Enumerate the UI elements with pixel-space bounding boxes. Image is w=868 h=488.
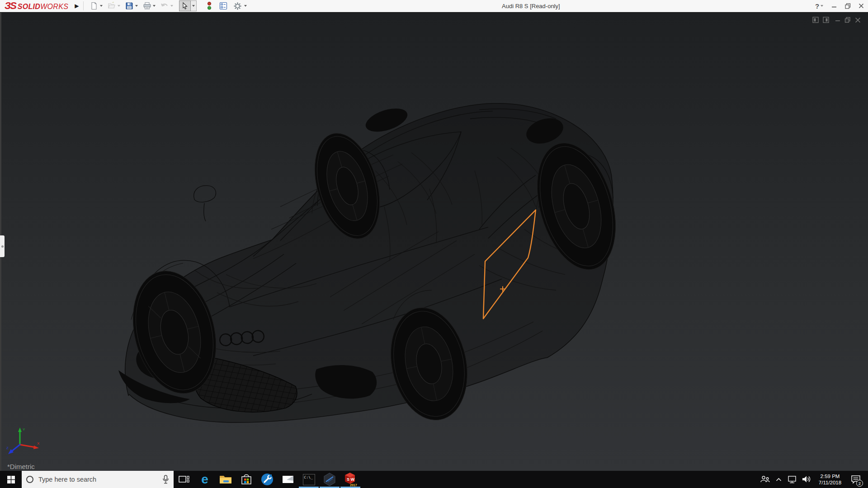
triad-z-label: Z	[6, 446, 9, 450]
select-tool-button[interactable]	[179, 0, 197, 11]
task-view-button[interactable]	[174, 471, 194, 488]
svg-text:W: W	[351, 477, 355, 482]
doc-minimize-icon[interactable]	[835, 17, 840, 23]
settings-button[interactable]	[232, 1, 247, 11]
windows-logo-icon	[7, 476, 15, 483]
undo-button	[160, 1, 173, 11]
open-document-icon	[107, 1, 117, 11]
dropdown-arrow-icon[interactable]	[100, 5, 103, 7]
hexagon-app-button[interactable]	[319, 471, 340, 488]
command-prompt-button[interactable]: C:\_	[298, 471, 319, 488]
document-window-controls	[812, 17, 861, 23]
ds-logo-mark-icon: ЗS	[5, 1, 16, 11]
start-button[interactable]	[0, 471, 22, 488]
menu-flyout-arrow-icon[interactable]: ▶	[75, 3, 79, 9]
close-button[interactable]	[854, 0, 868, 12]
dropdown-arrow-icon	[118, 5, 120, 7]
cortana-icon	[26, 476, 33, 483]
hexagon-app-icon	[323, 473, 336, 486]
file-explorer-button[interactable]	[215, 471, 236, 488]
undo-icon	[160, 1, 170, 11]
hidden-icons-chevron-icon[interactable]	[774, 471, 783, 488]
pane-right-icon[interactable]	[823, 17, 829, 23]
quick-access-toolbar	[89, 0, 250, 11]
tab-dot-icon	[1, 245, 4, 248]
minimize-button[interactable]	[827, 0, 841, 12]
open-document-button[interactable]	[107, 1, 120, 11]
edge-button[interactable]: e	[194, 471, 215, 488]
solidworks-app-button[interactable]: S W 2017	[340, 471, 361, 488]
print-button[interactable]	[142, 1, 156, 11]
svg-text:S: S	[347, 477, 349, 482]
search-input[interactable]	[38, 476, 157, 483]
pane-left-icon[interactable]	[812, 17, 819, 23]
network-icon[interactable]	[787, 471, 797, 488]
new-document-icon	[89, 1, 99, 11]
restore-button[interactable]	[841, 0, 854, 12]
graphics-viewport[interactable]: Y X Z *Dimetric	[0, 13, 868, 471]
clock-time: 2:59 PM	[816, 473, 844, 479]
dropdown-arrow-icon[interactable]	[135, 5, 138, 7]
select-tool-dropdown[interactable]	[191, 0, 197, 11]
options-list-button[interactable]	[218, 1, 228, 11]
volume-icon[interactable]	[801, 471, 812, 488]
select-cursor-icon	[179, 0, 191, 11]
doc-close-icon[interactable]	[855, 17, 861, 23]
brand-works-text: WORKS	[40, 3, 68, 11]
doc-restore-icon[interactable]	[844, 17, 851, 23]
wrench-circle-icon	[261, 473, 274, 486]
print-icon	[142, 1, 152, 11]
traffic-light-icon	[204, 1, 214, 11]
solidworks-window: ЗS SOLIDWORKS ▶	[0, 0, 868, 488]
windows-taskbar: e C:\_ S W 2017	[0, 471, 868, 488]
taskbar-search[interactable]	[22, 471, 174, 488]
setup-wrench-button[interactable]	[257, 471, 278, 488]
orientation-triad: Y X Z	[5, 426, 42, 458]
window-controls: ?	[811, 0, 868, 12]
mail-button[interactable]	[278, 471, 298, 488]
titlebar: ЗS SOLIDWORKS ▶	[0, 0, 868, 12]
dropdown-arrow-icon	[170, 5, 173, 7]
traffic-light-button[interactable]	[204, 1, 214, 11]
solidworks-logo: ЗS SOLIDWORKS	[0, 1, 68, 11]
svg-text:2017: 2017	[350, 483, 357, 487]
clock-date: 7/11/2018	[816, 479, 844, 486]
triad-y-label: Y	[23, 427, 25, 432]
dropdown-arrow-icon[interactable]	[244, 5, 247, 7]
help-label: ?	[815, 2, 819, 10]
taskbar-clock[interactable]: 2:59 PM 7/11/2018	[816, 473, 844, 486]
save-button[interactable]	[124, 1, 138, 11]
solidworks-2017-icon: S W 2017	[344, 472, 357, 487]
store-icon	[241, 474, 252, 485]
edge-icon: e	[198, 473, 212, 486]
microphone-icon	[162, 475, 169, 484]
options-list-icon	[218, 1, 228, 11]
settings-gear-icon	[232, 1, 242, 11]
toolbar-separator	[83, 1, 84, 10]
people-icon[interactable]	[760, 471, 770, 488]
system-tray: 2:59 PM 7/11/2018 2	[760, 471, 868, 488]
new-document-button[interactable]	[89, 1, 103, 11]
action-center-button[interactable]: 2	[848, 471, 863, 488]
store-button[interactable]	[236, 471, 257, 488]
dropdown-arrow-icon[interactable]	[153, 5, 156, 7]
window-title: Audi R8 S [Read-only]	[502, 0, 560, 12]
mail-icon	[282, 475, 294, 484]
file-explorer-icon	[219, 474, 232, 485]
command-prompt-icon: C:\_	[303, 474, 315, 485]
cmd-prompt-text: C:\_	[304, 475, 313, 479]
help-button[interactable]: ?	[811, 0, 827, 12]
svg-text:e: e	[201, 473, 208, 486]
task-view-icon	[179, 475, 189, 484]
triad-x-label: X	[37, 441, 40, 446]
brand-solid-text: SOLID	[18, 3, 40, 11]
notification-badge: 2	[856, 480, 863, 487]
save-icon	[124, 1, 134, 11]
view-orientation-label: *Dimetric	[7, 463, 35, 470]
feature-panel-collapsed-tab[interactable]	[0, 235, 5, 257]
car-wireframe-model[interactable]	[0, 13, 868, 471]
